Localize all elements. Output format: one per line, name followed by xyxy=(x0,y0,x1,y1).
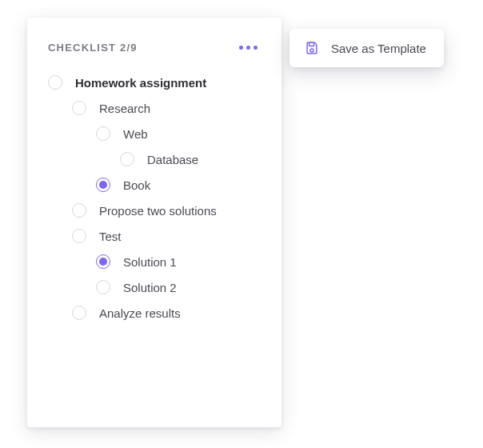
checklist-item-label: Research xyxy=(99,102,150,115)
checklist-item[interactable]: Research xyxy=(48,95,261,121)
save-template-menu-item[interactable]: Save as Template xyxy=(289,29,444,67)
checklist-radio[interactable] xyxy=(48,75,62,90)
checklist-radio[interactable] xyxy=(72,229,86,243)
checklist-radio[interactable] xyxy=(72,203,86,218)
ellipsis-icon xyxy=(239,46,243,50)
ellipsis-icon xyxy=(246,46,250,50)
checklist-item-label: Propose two solutions xyxy=(99,204,217,218)
checklist-item[interactable]: Web xyxy=(48,121,261,146)
checklist-radio[interactable] xyxy=(72,101,86,115)
checklist-radio[interactable] xyxy=(96,254,110,269)
checklist-item[interactable]: Database xyxy=(48,146,261,172)
checklist-radio[interactable] xyxy=(96,178,110,192)
checklist-item-label: Web xyxy=(123,127,148,141)
checklist-item-label: Database xyxy=(147,153,198,166)
checklist-item[interactable]: Book xyxy=(48,172,261,198)
checklist-item[interactable]: Solution 2 xyxy=(48,274,261,300)
checklist-radio[interactable] xyxy=(96,126,110,141)
checklist-item-label: Solution 1 xyxy=(123,255,177,269)
checklist-tree: Homework assignmentResearchWebDatabaseBo… xyxy=(48,70,261,326)
checklist-radio[interactable] xyxy=(120,152,134,166)
checklist-radio[interactable] xyxy=(96,280,110,294)
checklist-item-label: Solution 2 xyxy=(123,281,177,294)
checklist-item[interactable]: Homework assignment xyxy=(48,70,261,95)
checklist-item-label: Analyze results xyxy=(99,306,181,320)
checklist-item-label: Homework assignment xyxy=(75,76,206,90)
card-title: CHECKLIST 2/9 xyxy=(48,42,138,54)
checklist-item-label: Book xyxy=(123,178,150,192)
svg-point-0 xyxy=(310,49,313,52)
card-header: CHECKLIST 2/9 xyxy=(48,42,261,54)
save-template-label: Save as Template xyxy=(331,42,426,55)
checklist-item[interactable]: Propose two solutions xyxy=(48,198,261,223)
ellipsis-icon xyxy=(253,46,257,50)
checklist-radio[interactable] xyxy=(72,306,86,320)
checklist-item[interactable]: Analyze results xyxy=(48,300,261,326)
checklist-item[interactable]: Test xyxy=(48,223,261,249)
save-icon xyxy=(304,40,320,56)
checklist-item[interactable]: Solution 1 xyxy=(48,249,261,274)
more-options-button[interactable] xyxy=(236,42,261,53)
checklist-item-label: Test xyxy=(99,230,122,243)
checklist-card: CHECKLIST 2/9 Homework assignmentResearc… xyxy=(27,18,281,427)
